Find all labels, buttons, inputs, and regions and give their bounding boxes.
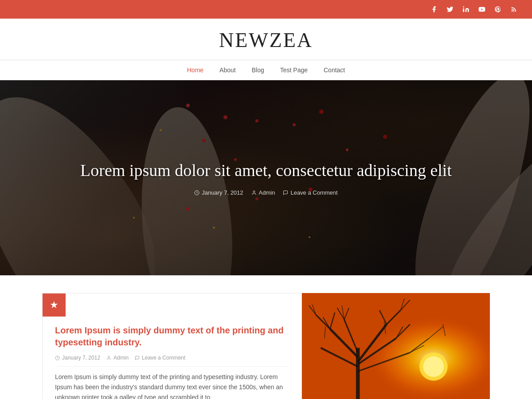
featured-badge: ★ (43, 293, 66, 317)
nav-about[interactable]: About (219, 66, 236, 74)
hero-banner: Lorem ipsum dolor sit amet, consectetur … (0, 80, 532, 275)
featured-star-icon: ★ (50, 299, 59, 311)
main-nav: Home About Blog Test Page Contact (0, 60, 532, 80)
post-card-meta: January 7, 2012 Admin Leave a Comment (55, 355, 289, 367)
hero-title[interactable]: Lorem ipsum dolor sit amet, consectetur … (80, 160, 452, 181)
pinterest-icon[interactable] (493, 4, 503, 14)
youtube-icon[interactable] (477, 4, 487, 14)
hero-date: January 7, 2012 (194, 189, 243, 196)
site-header: NEWZEA (0, 19, 532, 60)
hero-content: Lorem ipsum dolor sit amet, consectetur … (80, 160, 452, 196)
nav-home[interactable]: Home (187, 66, 203, 74)
hero-meta: January 7, 2012 Admin Leave a Comment (80, 189, 452, 196)
nav-test-page[interactable]: Test Page (280, 66, 308, 74)
linkedin-icon[interactable] (461, 4, 471, 14)
svg-point-2 (512, 10, 513, 12)
svg-point-0 (463, 6, 464, 8)
hero-author: Admin (251, 189, 275, 196)
post-author: Admin (106, 355, 129, 361)
twitter-icon[interactable] (445, 4, 455, 14)
rss-icon[interactable] (509, 4, 519, 14)
tree-silhouette (302, 293, 490, 399)
post-comment-link[interactable]: Leave a Comment (135, 355, 185, 361)
nav-contact[interactable]: Contact (324, 66, 345, 74)
post-date: January 7, 2012 (55, 355, 100, 361)
site-title[interactable]: NEWZEA (0, 28, 532, 52)
facebook-icon[interactable] (429, 4, 439, 14)
post-image (302, 293, 490, 399)
nav-blog[interactable]: Blog (252, 66, 264, 74)
svg-point-6 (108, 356, 110, 358)
svg-point-10 (423, 356, 444, 377)
svg-rect-8 (302, 293, 490, 399)
svg-point-4 (253, 191, 255, 192)
post-card: ★ Lorem Ipsum is simply dummy text of th… (42, 293, 302, 399)
post-text-area: Lorem Ipsum is simply dummy text of the … (43, 317, 301, 399)
post-card-title[interactable]: Lorem Ipsum is simply dummy text of the … (55, 325, 289, 348)
post-card-inner: ★ Lorem Ipsum is simply dummy text of th… (42, 293, 302, 399)
social-bar (0, 0, 532, 19)
hero-comment-link[interactable]: Leave a Comment (283, 189, 337, 196)
post-card-excerpt: Lorem Ipsum is simply dummy text of the … (55, 372, 289, 399)
content-area: ★ Lorem Ipsum is simply dummy text of th… (33, 293, 499, 399)
